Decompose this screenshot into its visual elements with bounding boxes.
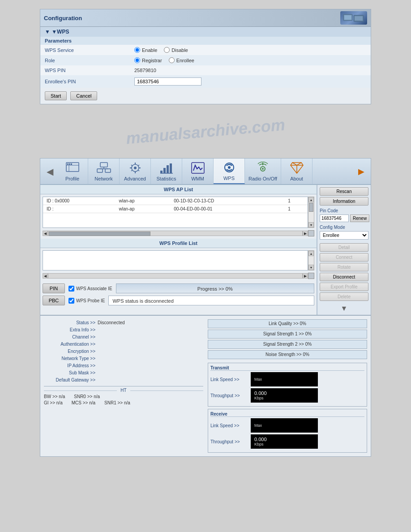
rotate-button[interactable]: Rotate (320, 263, 368, 271)
export-profile-button[interactable]: Export Profile (320, 283, 368, 291)
ap-list-wrapper: ID : 0x0000 wlan-ap 00-1D-92-C0-13-CD 1 … (43, 197, 314, 228)
enable-radio-label[interactable]: Enable (134, 47, 157, 53)
pin-code-input[interactable] (320, 215, 349, 222)
enrollee-radio[interactable] (169, 57, 175, 63)
wifi-panel: ◀ Profile (40, 158, 371, 457)
wps-service-row: WPS Service Enable Disable (40, 45, 371, 55)
nav-item-statistics[interactable]: Statistics (151, 159, 182, 184)
profile-scroll-up[interactable]: ▲ (308, 251, 314, 256)
svg-rect-26 (163, 168, 166, 173)
profile-label: Profile (65, 176, 79, 181)
status-value: Disconnected (98, 319, 125, 326)
cancel-button[interactable]: Cancel (70, 91, 97, 100)
registrar-radio[interactable] (134, 57, 140, 63)
disable-radio-label[interactable]: Disable (164, 47, 188, 53)
enrollee-pin-input[interactable] (134, 77, 201, 86)
config-mode-select[interactable]: Enrollee Registrar (320, 231, 368, 240)
svg-point-16 (134, 167, 137, 169)
statistics-icon (158, 161, 175, 175)
associate-ie-label[interactable]: WPS Associate IE (68, 286, 112, 292)
transmit-header: Transmit (210, 365, 364, 371)
ap-list-scroll-down[interactable]: ▼ (308, 222, 314, 227)
pin-code-row: Renew (320, 215, 368, 222)
disconnect-button[interactable]: Disconnect (320, 273, 368, 281)
enable-label: Enable (142, 47, 157, 53)
svg-rect-25 (160, 171, 163, 173)
ap-row-2[interactable]: ID : wlan-ap 00-04-ED-00-00-01 1 (43, 205, 308, 213)
ht-mcs: MCS >> n/a (72, 400, 95, 405)
probe-ie-label[interactable]: WPS Probe IE (68, 298, 105, 304)
probe-ie-checkbox[interactable] (68, 298, 74, 304)
ap-hscroll-right[interactable]: ▶ (303, 231, 308, 236)
network-type-row: Network Type >> (44, 355, 203, 362)
ap-id-2: ID : (43, 205, 115, 213)
svg-line-24 (131, 170, 133, 171)
profile-scroll-down[interactable]: ▼ (308, 265, 314, 270)
registrar-label: Registrar (142, 58, 162, 63)
ap-id-1: ID : 0x0000 (43, 197, 115, 205)
registrar-radio-label[interactable]: Registrar (134, 57, 162, 63)
left-panel: WPS AP List ID : 0x0000 wlan-ap 00-1D-92… (40, 185, 317, 315)
enable-radio[interactable] (134, 47, 140, 53)
network-icon (96, 161, 112, 175)
profile-list-vscrollbar[interactable]: ▲ ▼ (308, 250, 314, 270)
nav-item-radio[interactable]: Radio On/Off (245, 159, 281, 184)
svg-rect-12 (105, 169, 111, 172)
pbc-button[interactable]: PBC (43, 296, 65, 305)
radio-icon (255, 161, 271, 175)
enrollee-radio-label[interactable]: Enrollee (169, 57, 194, 63)
tx-throughput-row: Throughput >> 0.000 Kbps (210, 388, 364, 403)
ht-section: HT BW >> n/a SNR0 >> n/a GI >> n/a MCS >… (44, 386, 203, 405)
pin-button[interactable]: PIN (43, 283, 65, 293)
nav-items: Profile Network (57, 159, 354, 184)
ap-mac-2: 00-04-ED-00-00-01 (170, 205, 284, 213)
wps-main-area: WPS AP List ID : 0x0000 wlan-ap 00-1D-92… (40, 185, 371, 315)
ap-list-vscrollbar[interactable]: ▲ ▼ (308, 197, 314, 228)
pin-pbc-row: PIN WPS Associate IE Progress >> 0% (40, 281, 317, 296)
channel-row: Channel >> (44, 334, 203, 341)
svg-rect-8 (69, 163, 70, 165)
ht-snr1: SNR1 >> n/a (104, 400, 130, 405)
nav-item-wps[interactable]: WPS (214, 159, 245, 184)
svg-rect-9 (71, 163, 72, 165)
nav-item-wmm[interactable]: WMM (182, 159, 214, 184)
scroll-down-indicator[interactable]: ▼ (320, 302, 368, 313)
back-button[interactable]: ◀ (43, 164, 57, 179)
rescan-button[interactable]: Rescan (320, 187, 368, 196)
ap-list-scroll-up[interactable]: ▲ (308, 197, 314, 202)
channel-label: Channel >> (44, 334, 98, 341)
wps-status-bar: WPS status is disconnected (108, 296, 314, 305)
nav-bar: ◀ Profile (40, 159, 371, 185)
ht-row-1: BW >> n/a SNR0 >> n/a (44, 394, 203, 399)
ap-hscroll-left[interactable]: ◀ (43, 231, 48, 236)
nav-item-about[interactable]: About (281, 159, 313, 184)
renew-button[interactable]: Renew (350, 215, 369, 222)
submask-label: Sub Mask >> (44, 369, 98, 377)
profile-hscroll-left[interactable]: ◀ (43, 273, 48, 279)
start-button[interactable]: Start (45, 91, 67, 100)
auth-row: Authentication >> (44, 341, 203, 348)
ap-val-1: 1 (284, 197, 308, 205)
rx-link-speed-label: Link Speed >> (210, 423, 251, 428)
ht-bw: BW >> n/a (44, 394, 65, 399)
nav-item-advanced[interactable]: Advanced (120, 159, 151, 184)
enrollee-pin-row: Enrollee's PIN (40, 75, 371, 88)
ap-list-scroll-thumb (309, 203, 313, 212)
pin-code-label: Pin Code (320, 208, 368, 213)
ap-row-1[interactable]: ID : 0x0000 wlan-ap 00-1D-92-C0-13-CD 1 (43, 197, 308, 205)
nav-item-profile[interactable]: Profile (57, 159, 88, 184)
rx-link-speed-display: Max (251, 418, 318, 433)
information-button[interactable]: Information (320, 197, 368, 206)
ap-list-table: ID : 0x0000 wlan-ap 00-1D-92-C0-13-CD 1 … (43, 197, 308, 213)
detail-button[interactable]: Detail (320, 243, 368, 252)
connect-button[interactable]: Connect (320, 253, 368, 262)
profile-hscroll-right[interactable]: ▶ (303, 273, 308, 279)
ap-mac-1: 00-1D-92-C0-13-CD (170, 197, 284, 205)
config-footer: Start Cancel (40, 88, 371, 104)
disable-radio[interactable] (164, 47, 170, 53)
wps-section-header[interactable]: ▼WPS (40, 27, 371, 37)
delete-button[interactable]: Delete (320, 292, 368, 301)
associate-ie-checkbox[interactable] (68, 286, 74, 292)
nav-item-network[interactable]: Network (88, 159, 120, 184)
forward-button[interactable]: ▶ (354, 164, 368, 179)
